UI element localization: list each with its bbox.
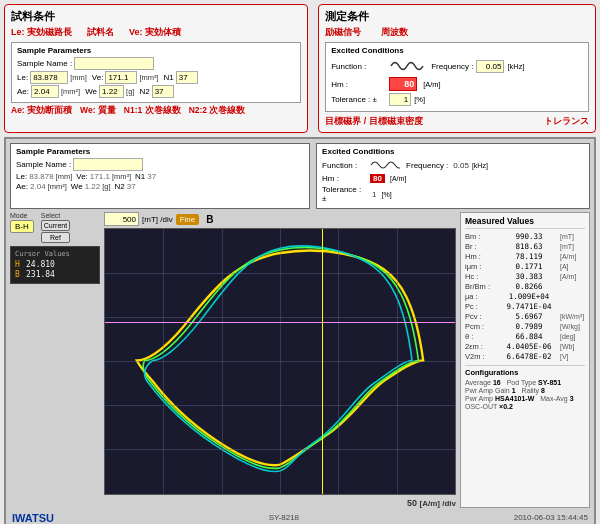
excited-signal-label: 励磁信号 [325,26,361,39]
measured-values-panel: Measured Values Bm : 990.33 [mT] Br : 81… [460,212,590,508]
panel-sp-name-input[interactable] [73,158,143,171]
current-btn[interactable]: Current [41,220,70,231]
fine-button[interactable]: Fine [176,214,200,225]
sample-params-annotation: Sample Parameters Sample Name : Le: [mm]… [11,42,301,103]
mv-row-name: μa : [465,292,500,301]
mv-row-value: 0.8266 [515,282,542,291]
mv-row-unit: [mT] [560,243,585,250]
panel-ve-unit: [mm³] [112,172,131,181]
mv-title: Measured Values [465,216,585,229]
n1-sub-label: N1:1 次巻線数 [124,105,181,117]
excited-conditions-annotation: Excited Conditions Function : Frequency … [325,42,589,112]
panel-exc-title: Excited Conditions [322,147,584,156]
mv-row-name: Br : [465,242,500,251]
mv-row-name: Pcv : [465,312,500,321]
config-rows-container: Average 16Pod Type SY-851Pwr Amp Gain 1R… [465,379,585,410]
left-controls: Mode B-H Select Current Ref Cursor Valu [10,212,100,508]
panel-sp-name-label: Sample Name : [16,160,71,169]
mode-label: Mode [10,212,34,219]
n2-sub-label: N2:2 次巻線数 [189,105,246,117]
mv-row-name: Br/Bm : [465,282,500,291]
panel-exc-tolerance-unit: [%] [382,191,392,198]
exc-hm-input[interactable] [389,77,417,91]
panel-le-label: Le: [16,172,27,181]
panel-exc-freq-label: Frequency : [406,161,448,170]
table-row: Br/Bm : 0.8266 [465,282,585,291]
mv-row-unit: [mT] [560,233,585,240]
h-cursor-label: H [15,260,23,269]
b-axis-label: B [206,214,213,225]
mv-row-value: 1.009E+04 [509,292,550,301]
sp-we-label: We [85,87,97,96]
mv-row-unit: [W/kg] [560,323,585,330]
panel-exc-hm-value: 80 [370,174,385,183]
ve-label-annot: Ve: 実効体積 [129,26,181,39]
b-cursor-label: B [15,270,23,279]
table-row: μa : 1.009E+04 [465,292,585,301]
panel-ae-value: 2.04 [30,182,46,191]
annotation-sub-labels: Ae: 実効断面積 We: 質量 N1:1 次巻線数 N2:2 次巻線数 [11,105,301,117]
mv-row-name: Pcm : [465,322,500,331]
mv-row-value: 818.63 [515,242,542,251]
grid-v-2 [222,229,223,494]
mv-row-unit: [V] [560,353,585,360]
model-label: SY-8218 [269,513,299,522]
graph-area: [mT] /div Fine B [104,212,456,508]
h-cursor-value: 24.810 [26,260,55,269]
sp-name-input[interactable] [74,57,154,70]
list-item: OSC-OUT ×0.2 [465,403,585,410]
annotation-right-title: 測定条件 [325,9,589,24]
exc-hm-unit: [A/m] [423,80,441,89]
list-item: Average 16Pod Type SY-851 [465,379,585,386]
table-row: Bm : 990.33 [mT] [465,232,585,241]
select-label: Select [41,212,70,219]
panel-n2-value: 37 [127,182,136,191]
sp-le-input[interactable] [30,71,68,84]
sp-n2-input[interactable] [152,85,174,98]
mv-row-value: 0.7989 [515,322,542,331]
sp-ve-input[interactable] [105,71,137,84]
sp-ae-input[interactable] [31,85,59,98]
panel-le-value: 83.878 [29,172,53,181]
panel-exc-tolerance-value: 1 [372,190,376,199]
bottom-brand: IWATSU SY-8218 2010-06-03 15:44:45 [10,511,590,525]
panel-n1-value: 37 [147,172,156,181]
h-axis-label-row: 50 [A/m] /div [104,498,456,508]
tolerance-label: トレランス [544,115,589,128]
cursor-values-panel: Cursor Values H 24.810 B 231.84 [10,246,100,284]
panel-exc-freq-unit: [kHz] [472,162,488,169]
grid-v-4 [338,229,339,494]
panel-middle-row: Mode B-H Select Current Ref Cursor Valu [10,212,590,508]
annotation-left: 試料条件 Le: 実効磁路長 試料名 Ve: 実効体積 Sample Param… [4,4,308,133]
sp-ve-unit: [mm³] [139,73,158,82]
exc-hm-label: Hm : [331,80,386,89]
table-row: θ : 66.884 [deg] [465,332,585,341]
frequency-label-annot: 周波数 [381,26,408,39]
sp-n2-label: N2 [139,87,149,96]
scale-input[interactable] [104,212,139,226]
mv-rows-container: Bm : 990.33 [mT] Br : 818.63 [mT] Hm : 7… [465,232,585,361]
mv-row-name: θ : [465,332,500,341]
mv-row-unit: [kW/m³] [560,313,585,320]
table-row: Pcv : 5.6967 [kW/m³] [465,312,585,321]
mv-row-value: 4.0405E-06 [506,342,551,351]
instrument-panel: Sample Parameters Sample Name : Le: 83.8… [4,137,596,524]
ref-btn[interactable]: Ref [41,232,70,243]
table-row: Hm : 78.119 [A/m] [465,252,585,261]
panel-exc-function-label: Function : [322,161,367,170]
mv-row-name: Pc : [465,302,500,311]
grid-v-5 [397,229,398,494]
annotation-right-bottom-labels: 目標磁界 / 目標磁束密度 トレランス [325,115,589,128]
bh-mode-button[interactable]: B-H [10,220,34,233]
sp-we-input[interactable] [99,85,124,98]
panel-exc-freq-value: 0.05 [453,161,469,170]
config-title: Configurations [465,368,585,377]
target-field-label: 目標磁界 / 目標磁束密度 [325,115,423,128]
graph-canvas[interactable] [104,228,456,495]
sp-n1-input[interactable] [176,71,198,84]
panel-sp-title: Sample Parameters [16,147,304,156]
mv-row-unit: [A/m] [560,273,585,280]
panel-we-label: We [71,182,83,191]
exc-tolerance-input[interactable] [389,93,411,106]
exc-freq-input[interactable] [476,60,504,73]
